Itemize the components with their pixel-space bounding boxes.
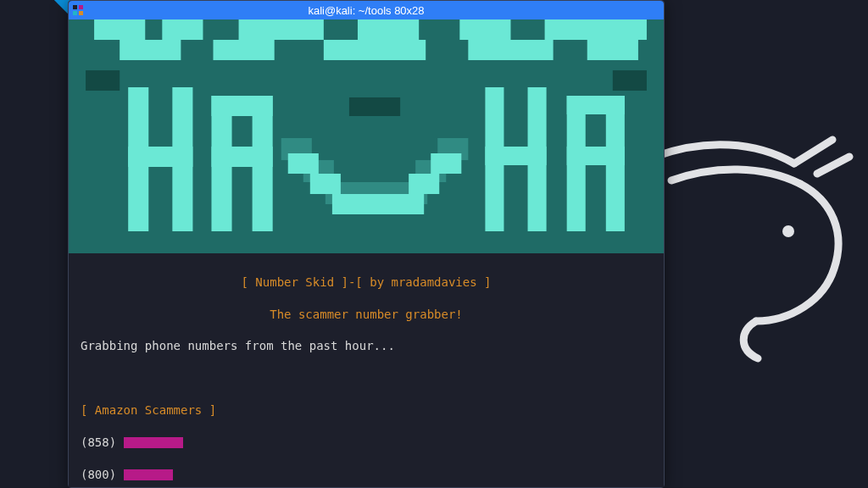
svg-rect-16 (587, 40, 638, 60)
titlebar[interactable]: kali@kali: ~/tools 80x28 (69, 1, 664, 19)
svg-rect-10 (459, 19, 510, 40)
svg-rect-19 (128, 147, 192, 167)
svg-rect-14 (324, 40, 426, 60)
svg-rect-36 (288, 153, 319, 174)
svg-rect-11 (545, 19, 647, 40)
window-menu-icon[interactable] (69, 1, 87, 19)
svg-rect-43 (349, 97, 400, 116)
terminal-window: kali@kali: ~/tools 80x28 (68, 0, 665, 488)
svg-rect-1 (73, 5, 77, 9)
ascii-art-banner (69, 19, 664, 253)
svg-rect-2 (79, 5, 83, 9)
svg-rect-13 (213, 40, 274, 60)
banner-line-2: The scammer number grabber! (81, 307, 652, 323)
svg-rect-9 (358, 19, 419, 40)
svg-rect-26 (485, 147, 546, 165)
window-title: kali@kali: ~/tools 80x28 (87, 4, 664, 17)
status-line: Grabbing phone numbers from the past hou… (81, 338, 652, 354)
svg-rect-15 (468, 40, 553, 60)
svg-rect-3 (73, 11, 77, 15)
svg-point-0 (782, 225, 794, 237)
svg-rect-30 (567, 147, 625, 165)
svg-rect-22 (211, 96, 272, 116)
svg-rect-4 (79, 11, 83, 15)
svg-rect-12 (120, 40, 181, 60)
svg-rect-6 (94, 19, 145, 40)
redacted-number (124, 469, 173, 480)
terminal-output: [ Number Skid ]-[ by mradamdavies ] The … (69, 253, 664, 487)
svg-rect-7 (162, 19, 203, 40)
svg-rect-8 (239, 19, 324, 40)
phone-row: (858) (81, 435, 652, 451)
svg-rect-23 (211, 147, 272, 167)
svg-rect-29 (567, 96, 625, 114)
terminal-body[interactable]: [ Number Skid ]-[ by mradamdavies ] The … (69, 19, 664, 487)
phone-row: (800) (81, 467, 652, 483)
redacted-number (124, 437, 183, 448)
svg-rect-41 (86, 70, 120, 91)
svg-rect-39 (409, 174, 439, 194)
section-header: [ Amazon Scammers ] (81, 402, 652, 419)
svg-rect-37 (310, 174, 341, 194)
svg-rect-38 (332, 194, 424, 214)
svg-rect-40 (431, 153, 461, 174)
svg-rect-42 (613, 70, 647, 91)
banner-line-1: [ Number Skid ]-[ by mradamdavies ] (81, 274, 652, 291)
